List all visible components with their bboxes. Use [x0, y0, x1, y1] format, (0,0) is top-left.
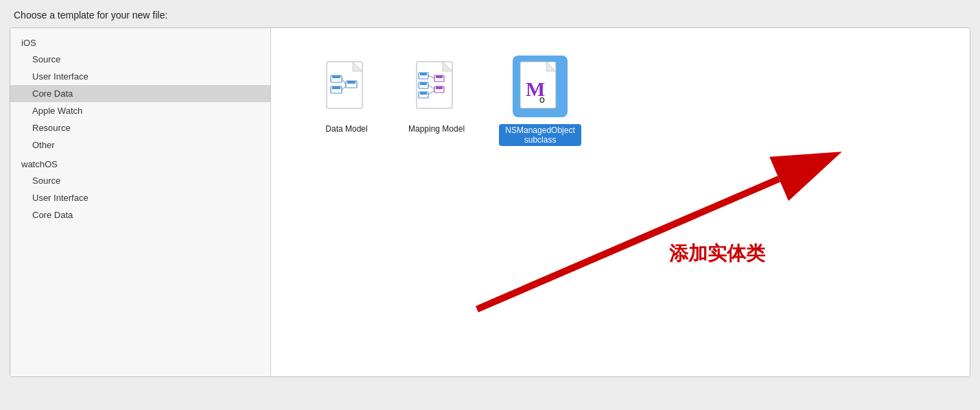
file-icons-row: Data Model — [292, 42, 949, 160]
content-area: Data Model — [271, 28, 970, 376]
svg-rect-6 — [347, 81, 355, 84]
sidebar-item-ios-applewatch[interactable]: Apple Watch — [10, 102, 270, 119]
sidebar-item-ios-resource[interactable]: Resource — [10, 119, 270, 136]
nsmanagedobject-label: NSManagedObject subclass — [499, 124, 581, 146]
sidebar-item-watchos-coredata[interactable]: Core Data — [10, 206, 270, 224]
data-model-icon — [325, 60, 368, 112]
mapping-model-icon-wrapper — [409, 56, 464, 117]
nsmanagedobject-icon-wrapper: M O — [513, 56, 568, 117]
file-item-data-model[interactable]: Data Model — [319, 56, 374, 134]
dialog-title: Choose a template for your new file: — [0, 0, 980, 27]
data-model-label: Data Model — [325, 124, 367, 134]
mapping-model-label: Mapping Model — [408, 124, 465, 134]
mapping-model-icon — [415, 60, 458, 112]
svg-rect-13 — [420, 82, 427, 85]
sidebar-item-ios-coredata[interactable]: Core Data — [10, 85, 270, 102]
svg-rect-19 — [436, 86, 443, 89]
title-text: Choose a template for your new file: — [14, 10, 167, 21]
sidebar-item-ios-source[interactable]: Source — [10, 51, 270, 68]
svg-text:O: O — [539, 97, 545, 104]
svg-rect-11 — [420, 73, 427, 75]
annotation-arrow — [408, 152, 889, 330]
sidebar-item-watchos-source[interactable]: Source — [10, 172, 270, 189]
file-item-nsmanagedobject[interactable]: M O NSManagedObject subclass — [499, 56, 581, 146]
sidebar-item-ios-other[interactable]: Other — [10, 136, 270, 154]
main-container: iOS Source User Interface Core Data Appl… — [10, 27, 970, 377]
svg-rect-17 — [436, 75, 443, 78]
svg-rect-4 — [332, 86, 340, 89]
nsmanagedobject-icon: M O — [519, 60, 561, 112]
sidebar-item-watchos-ui[interactable]: User Interface — [10, 189, 270, 206]
file-item-mapping-model[interactable]: Mapping Model — [408, 56, 465, 134]
chinese-annotation: 添加实体类 — [669, 241, 765, 267]
svg-rect-2 — [332, 75, 340, 78]
sidebar-item-ios-ui[interactable]: User Interface — [10, 68, 270, 85]
svg-rect-15 — [420, 92, 427, 95]
sidebar: iOS Source User Interface Core Data Appl… — [10, 28, 271, 376]
data-model-icon-wrapper — [319, 56, 374, 117]
svg-line-27 — [477, 179, 779, 309]
sidebar-section-watchos: watchOS — [10, 154, 270, 172]
sidebar-section-ios: iOS — [10, 32, 270, 51]
